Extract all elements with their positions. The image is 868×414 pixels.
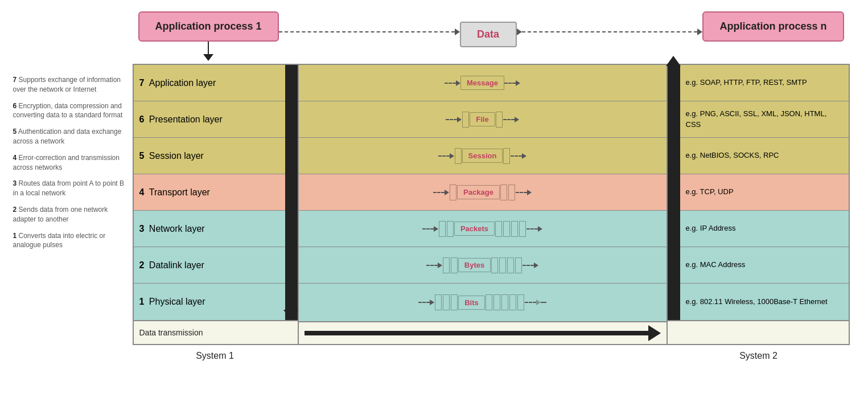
annotation-4: 4 Error-correction and transmission acro…	[13, 153, 127, 173]
data-box: Data	[460, 22, 517, 47]
main-layout: 7 Supports exchange of information over …	[13, 64, 855, 345]
unit-bits: Bits	[458, 296, 485, 310]
system1-label: System 1	[196, 351, 234, 360]
unit-session: Session	[462, 149, 503, 163]
s2-layer-transport: e.g. TCP, UDP	[668, 174, 849, 211]
layer-transport: 4 Transport layer	[134, 174, 298, 211]
top-row: Application process 1 Data Application p…	[13, 11, 855, 61]
system2-column: e.g. SOAP, HTTP, FTP, REST, SMTP e.g. PN…	[667, 65, 849, 344]
s2-layer-network: e.g. IP Address	[668, 211, 849, 247]
app-process-n-box: Application process n	[702, 11, 844, 42]
s2-text-5: e.g. NetBIOS, SOCKS, RPC	[686, 150, 779, 161]
mid-layer-4: Package	[299, 174, 667, 211]
s2-layer-datalink: e.g. MAC Address	[668, 247, 849, 284]
s2-layer-application: e.g. SOAP, HTTP, FTP, REST, SMTP	[668, 65, 849, 101]
data-label: Data	[477, 28, 499, 40]
unit-message: Message	[460, 76, 504, 90]
mid-layer-6: File	[299, 101, 667, 138]
s2-layer-physical: e.g. 802.11 Wireless, 1000Base-T Etherne…	[668, 284, 849, 320]
diagram-container: Application process 1 Data Application p…	[13, 11, 855, 361]
mid-layer-2: Bytes	[299, 247, 667, 284]
annotation-2: 2 Sends data from one network adapter to…	[13, 205, 127, 224]
layer-physical: 1 Physical layer	[134, 284, 298, 320]
middle-section: Message File	[299, 65, 667, 344]
mid-transmission-row	[299, 321, 667, 344]
layer-presentation: 6 Presentation layer	[134, 101, 298, 138]
data-transmission-row: Data transmission	[134, 320, 298, 344]
system2-label: System 2	[739, 351, 778, 360]
unit-packets: Packets	[454, 222, 495, 236]
left-annotations: 7 Supports exchange of information over …	[13, 64, 133, 345]
mid-layer-5: Session	[299, 138, 667, 174]
layer-datalink: 2 Datalink layer	[134, 247, 298, 284]
s2-layer-session: e.g. NetBIOS, SOCKS, RPC	[668, 138, 849, 174]
s2-transmission-row	[668, 320, 849, 344]
annotation-1: 1 Converts data into electric or analogu…	[13, 231, 127, 251]
layer-network: 3 Network layer	[134, 211, 298, 247]
s2-text-3: e.g. IP Address	[686, 223, 736, 233]
mid-layer-7: Message	[299, 65, 667, 101]
unit-file: File	[470, 112, 495, 126]
s2-text-4: e.g. TCP, UDP	[686, 187, 734, 197]
layer-application: 7 Application layer	[134, 65, 298, 101]
s2-text-6: e.g. PNG, ASCII, SSL, XML, JSON, HTML, C…	[686, 109, 843, 129]
layer-session: 5 Session layer	[134, 138, 298, 174]
annotation-7: 7 Supports exchange of information over …	[13, 75, 127, 95]
system1-column: 7 Application layer 6 Presentation layer…	[134, 65, 299, 344]
system-labels-row: System 1 System 2	[13, 351, 855, 361]
app-process-1-box: Application process 1	[138, 11, 279, 42]
annotation-3: 3 Routes data from point A to point B in…	[13, 179, 127, 198]
annotation-6: 6 Encryption, data compression and conve…	[13, 101, 127, 121]
mid-layer-3: Packets	[299, 211, 667, 247]
s2-text-7: e.g. SOAP, HTTP, FTP, REST, SMTP	[686, 77, 807, 88]
unit-package: Package	[457, 185, 500, 199]
s2-layer-presentation: e.g. PNG, ASCII, SSL, XML, JSON, HTML, C…	[668, 101, 849, 138]
mid-layer-1: Bits	[299, 284, 667, 321]
data-transmission-label: Data transmission	[139, 328, 203, 337]
app-process-n-label: Application process n	[719, 21, 826, 32]
annotation-5: 5 Authentication and data exchange acros…	[13, 127, 127, 146]
s2-text-2: e.g. MAC Address	[686, 260, 746, 270]
app-process-1-label: Application process 1	[155, 21, 262, 32]
s2-text-1: e.g. 802.11 Wireless, 1000Base-T Etherne…	[686, 297, 828, 307]
unit-bytes: Bytes	[458, 258, 491, 272]
